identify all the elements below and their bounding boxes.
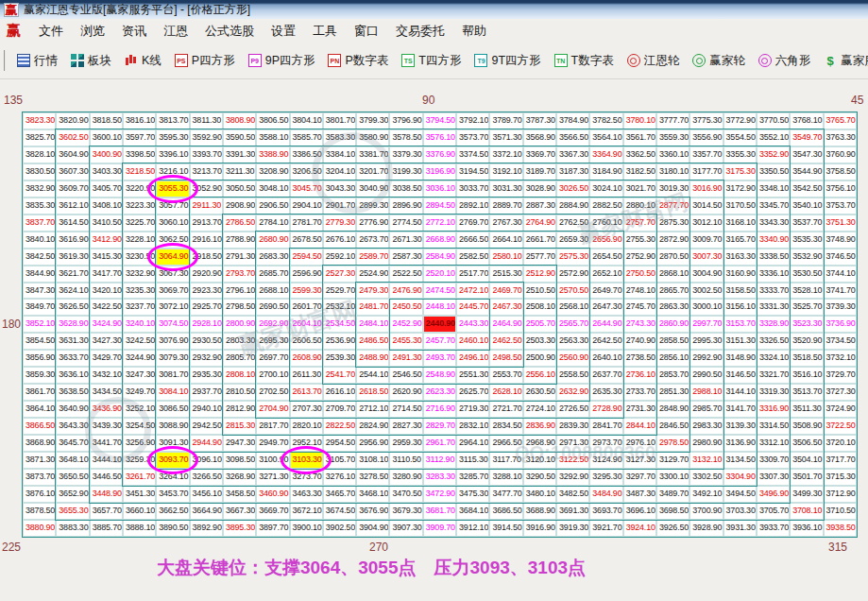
matrix-cell: 2594.50: [290, 249, 323, 266]
matrix-cell: 2841.70: [589, 418, 622, 435]
matrix-cell: 3480.10: [523, 486, 556, 503]
matrix-cell: 3028.90: [523, 180, 556, 197]
menu-item-9[interactable]: 帮助: [453, 20, 495, 43]
matrix-cell: 3043.30: [323, 180, 356, 197]
menu-item-0[interactable]: 文件: [30, 20, 72, 43]
menu-item-3[interactable]: 江恩: [155, 20, 196, 43]
toolbar-winner-wheel-button[interactable]: 赢家轮: [686, 50, 752, 72]
matrix-cell: 3252.10: [123, 401, 156, 418]
matrix-cell: 3314.50: [757, 418, 790, 435]
matrix-cell: 2788.90: [223, 232, 256, 249]
matrix-cell: 2748.10: [623, 283, 656, 300]
toolbar-p-square-button[interactable]: PSP四方形: [168, 50, 242, 72]
window-title: 赢家江恩专业版[赢家服务平台] - [价格正方形]: [24, 2, 250, 18]
matrix-cell: 3266.50: [190, 469, 223, 486]
matrix-cell: 3888.10: [123, 520, 156, 537]
matrix-cell: 2700.10: [256, 367, 289, 384]
matrix-cell: 3249.70: [123, 384, 156, 401]
matrix-cell: 3837.70: [23, 215, 56, 232]
toolbar-9t-square-button[interactable]: T99T四方形: [468, 50, 547, 72]
matrix-cell: 3895.30: [223, 520, 256, 537]
matrix-cell: 3583.30: [323, 129, 356, 146]
toolbar-t-square-button[interactable]: TST四方形: [395, 50, 468, 72]
matrix-cell: 2793.70: [223, 266, 256, 283]
matrix-cell: 3254.50: [123, 418, 156, 435]
matrix-cell: 3511.30: [790, 401, 823, 418]
matrix-cell: 2836.90: [523, 418, 556, 435]
matrix-cell: 3259.30: [123, 452, 156, 469]
matrix-cell: 2745.70: [623, 299, 656, 316]
menu-item-4[interactable]: 公式选股: [196, 20, 263, 43]
gann-wheel-icon: [627, 54, 640, 67]
matrix-cell: 2966.50: [489, 435, 522, 452]
matrix-cell: 3847.30: [23, 283, 56, 300]
matrix-cell: 2512.90: [523, 266, 556, 283]
matrix-cell: 3825.70: [23, 129, 56, 146]
matrix-cell: 3607.30: [56, 163, 89, 180]
matrix-cell: 3211.30: [223, 163, 256, 180]
matrix-cell: 2452.90: [389, 316, 422, 333]
matrix-cell: 3093.70: [156, 452, 189, 469]
matrix-cell: 3024.10: [589, 180, 622, 197]
matrix-cell: 3727.30: [824, 384, 857, 401]
matrix-cell: 3129.70: [656, 452, 689, 469]
matrix-cell: 3177.70: [689, 163, 723, 180]
menu-item-2[interactable]: 资讯: [113, 20, 155, 43]
matrix-cell: 3348.10: [757, 180, 790, 197]
matrix-cell: 3453.70: [156, 486, 189, 503]
matrix-cell: 3235.30: [123, 283, 156, 300]
matrix-cell: 3062.50: [156, 232, 189, 249]
matrix-cell: 3571.30: [489, 129, 522, 146]
toolbar-kline-candles-button[interactable]: K线: [118, 50, 168, 72]
matrix-cell: 3912.10: [456, 520, 489, 537]
menu-item-1[interactable]: 浏览: [72, 20, 113, 43]
matrix-cell: 2976.10: [623, 435, 656, 452]
matrix-cell: 2858.50: [656, 333, 689, 350]
toolbar-gann-wheel-button[interactable]: 江恩轮: [621, 50, 687, 72]
matrix-cell: 2445.70: [456, 299, 489, 316]
matrix-cell: 3244.90: [123, 350, 156, 367]
matrix-cell: 3427.30: [90, 333, 123, 350]
menu-item-6[interactable]: 工具: [304, 20, 346, 43]
matrix-cell: 2839.30: [556, 418, 589, 435]
matrix-cell: 2923.30: [190, 283, 223, 300]
toolbar-service-dollar-button[interactable]: $赢家服务: [817, 50, 868, 72]
matrix-cell: 3456.10: [190, 486, 223, 503]
menu-item-7[interactable]: 窗口: [346, 20, 387, 43]
matrix-cell: 3316.90: [757, 401, 790, 418]
matrix-cell: 2937.70: [190, 384, 223, 401]
matrix-cell: 3828.10: [23, 146, 56, 163]
matrix-cell: 3100.90: [256, 452, 289, 469]
menu-logo-icon: 赢: [4, 24, 23, 38]
matrix-cell: 3434.50: [90, 384, 123, 401]
matrix-cell: 3187.30: [556, 163, 589, 180]
matrix-cell: 3717.70: [824, 452, 857, 469]
matrix-cell: 3883.30: [56, 520, 89, 537]
matrix-cell: 3460.90: [256, 486, 289, 503]
matrix-cell: 3753.70: [824, 197, 857, 215]
toolbar-9p-square-button[interactable]: P99P四方形: [242, 50, 322, 72]
toolbar-hexagon-button[interactable]: 六角形: [752, 50, 818, 72]
menu-item-5[interactable]: 设置: [263, 20, 304, 43]
matrix-cell: 3744.10: [824, 266, 857, 283]
toolbar-quote-table-button[interactable]: 行情: [10, 50, 64, 72]
menu-item-8[interactable]: 交易委托: [387, 20, 453, 43]
toolbar-label: P数字表: [345, 53, 388, 69]
matrix-cell: 3756.10: [824, 180, 857, 197]
matrix-cell: 2568.10: [556, 299, 589, 316]
matrix-cell: 2647.30: [589, 299, 622, 316]
matrix-cell: 3559.30: [656, 129, 689, 146]
toolbar-sector-blocks-button[interactable]: 板块: [64, 50, 118, 72]
matrix-cell: 2457.70: [423, 333, 456, 350]
matrix-cell: 2906.50: [256, 197, 289, 215]
matrix-cell: 2752.90: [623, 249, 656, 266]
matrix-cell: 3326.50: [757, 333, 790, 350]
matrix-cell: 3600.10: [90, 129, 123, 146]
matrix-cell: 2440.90: [423, 316, 456, 333]
toolbar-t-number-button[interactable]: TNT数字表: [548, 50, 621, 72]
matrix-cell: 3264.10: [156, 469, 189, 486]
matrix-cell: 3782.50: [589, 112, 622, 129]
matrix-cell: 3487.30: [623, 486, 656, 503]
toolbar-p-number-button[interactable]: PNP数字表: [321, 50, 395, 72]
matrix-cell: 2481.70: [356, 299, 389, 316]
